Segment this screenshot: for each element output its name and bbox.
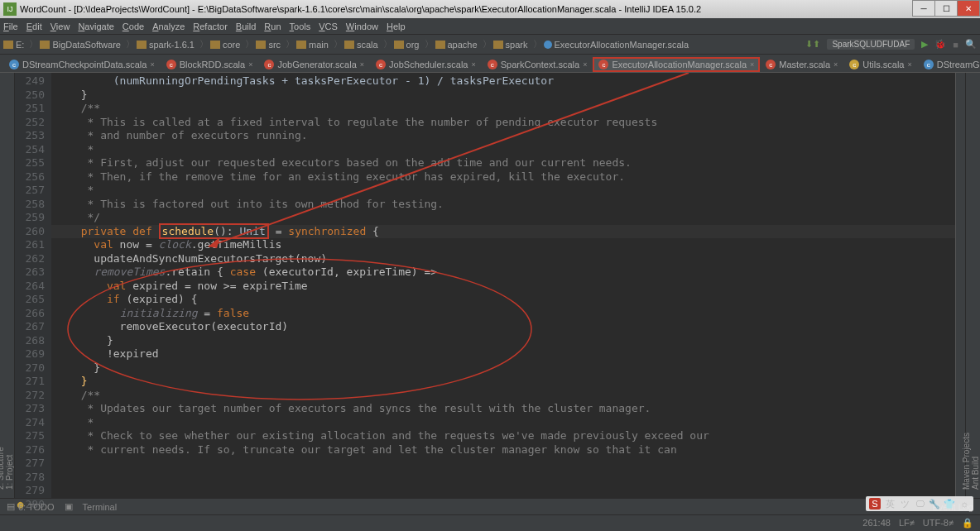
right-tool-tabs[interactable]: Ant Build Maven Projects (965, 73, 980, 498)
breadcrumb-item[interactable]: BigDataSoftware (40, 40, 121, 50)
close-tab-icon[interactable]: × (471, 60, 475, 69)
menu-build[interactable]: Build (236, 22, 256, 31)
menu-run[interactable]: Run (264, 22, 281, 31)
stop-icon[interactable]: ■ (953, 40, 958, 50)
cursor-position: 261:48 (862, 518, 891, 529)
lock-icon[interactable]: 🔒 (962, 518, 973, 529)
search-icon[interactable]: 🔍 (965, 39, 977, 50)
line-gutter: 2492502512522532542552562572582592602612… (15, 73, 51, 498)
menu-file[interactable]: File (3, 22, 18, 31)
editor-tab[interactable]: cBlockRDD.scala× (161, 57, 259, 72)
breadcrumb-item[interactable]: main (296, 40, 329, 50)
main-menu: FileEditViewNavigateCodeAnalyzeRefactorB… (0, 18, 980, 35)
menu-vcs[interactable]: VCS (319, 22, 338, 31)
breadcrumb-item[interactable]: org (394, 40, 420, 50)
editor-tab[interactable]: cSparkContext.scala× (482, 57, 593, 72)
minimize-button[interactable]: ─ (912, 0, 935, 17)
editor-tabs: cDStreamCheckpointData.scala×cBlockRDD.s… (0, 55, 980, 73)
menu-refactor[interactable]: Refactor (193, 22, 228, 31)
breadcrumb-item[interactable]: core (210, 40, 240, 50)
menu-navigate[interactable]: Navigate (78, 22, 113, 31)
status-bar: 261:48 LF≠ UTF-8≠ 🔒 (0, 514, 980, 531)
breadcrumb-item[interactable]: E: (3, 40, 24, 50)
close-tab-icon[interactable]: × (248, 60, 252, 69)
window-title: WordCount - [D:\IdeaProjects\WordCount] … (20, 4, 701, 14)
breadcrumb-item[interactable]: spark (493, 40, 528, 50)
close-tab-icon[interactable]: × (583, 60, 587, 69)
editor-tab[interactable]: cJobScheduler.scala× (370, 57, 482, 72)
close-tab-icon[interactable]: × (150, 60, 154, 69)
menu-code[interactable]: Code (122, 22, 144, 31)
file-encoding[interactable]: UTF-8≠ (923, 518, 954, 529)
run-config[interactable]: SparkSQLUDFUDAF (827, 39, 915, 50)
menu-view[interactable]: View (50, 22, 70, 31)
make-icon[interactable]: ⬇⬆ (805, 39, 820, 50)
breadcrumb-item[interactable]: spark-1.6.1 (137, 40, 195, 50)
breadcrumb-item[interactable]: ExecutorAllocationManager.scala (544, 40, 689, 50)
close-tab-icon[interactable]: × (750, 60, 754, 69)
app-icon: IJ (3, 2, 17, 16)
tool-buttons-bar: ▤ 6: TODO ▣ Terminal Event Log (0, 498, 980, 514)
run-icon[interactable]: ▶ (921, 39, 928, 50)
terminal-tab[interactable]: Terminal (83, 502, 118, 512)
menu-tools[interactable]: Tools (290, 22, 311, 31)
code-editor[interactable]: (numRunningOrPendingTasks + tasksPerExec… (51, 73, 955, 498)
close-tab-icon[interactable]: × (907, 60, 911, 69)
close-tab-icon[interactable]: × (833, 60, 838, 69)
debug-icon[interactable]: 🐞 (934, 39, 946, 50)
editor-tab[interactable]: cDStreamGraph.scala× (918, 57, 980, 72)
line-separator[interactable]: LF≠ (899, 518, 915, 529)
close-button[interactable]: ✕ (957, 0, 980, 17)
maximize-button[interactable]: ☐ (934, 0, 958, 17)
menu-analyze[interactable]: Analyze (152, 22, 185, 31)
todo-tab[interactable]: 6: TODO (18, 502, 55, 512)
editor-tab[interactable]: cDStreamCheckpointData.scala× (3, 57, 161, 72)
menu-help[interactable]: Help (387, 22, 406, 31)
menu-window[interactable]: Window (346, 22, 378, 31)
editor-tab[interactable]: cMaster.scala× (760, 57, 843, 72)
breadcrumb-item[interactable]: src (256, 40, 281, 50)
close-tab-icon[interactable]: × (360, 60, 364, 69)
left-tool-tabs[interactable]: 1: Project 2: Structure (0, 73, 15, 498)
editor-tab[interactable]: cExecutorAllocationManager.scala× (593, 57, 760, 72)
breadcrumb-item[interactable]: apache (435, 40, 478, 50)
editor-tab[interactable]: cJobGenerator.scala× (258, 57, 370, 72)
menu-edit[interactable]: Edit (26, 22, 42, 31)
ime-tray[interactable]: S英ツ🖵🔧👕☼ (866, 496, 973, 511)
breadcrumb-bar: E:〉BigDataSoftware〉spark-1.6.1〉core〉src〉… (0, 35, 980, 55)
editor-tab[interactable]: cUtils.scala× (843, 57, 917, 72)
breadcrumb-item[interactable]: scala (344, 40, 378, 50)
